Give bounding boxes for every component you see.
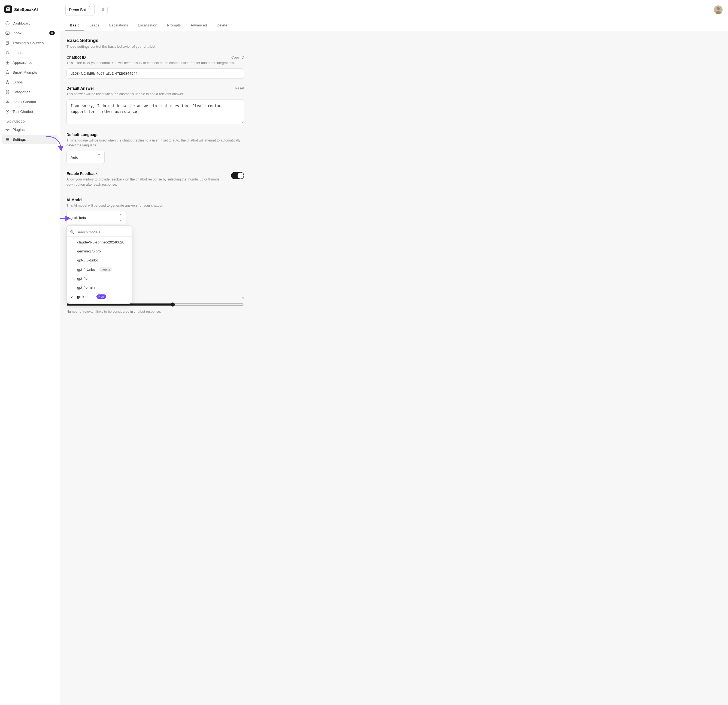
- bot-selector-text: Demo Bot: [69, 8, 86, 12]
- plugins-icon: [5, 127, 10, 132]
- language-chevron-icon: ⌃⌄: [98, 153, 101, 161]
- default-answer-group: Default Answer Reset This answer will be…: [66, 86, 244, 125]
- svg-point-1: [6, 22, 9, 25]
- appearance-icon: [5, 60, 10, 65]
- default-answer-desc: This answer will be used when the chatbo…: [66, 91, 244, 97]
- toggle-knob: [238, 172, 244, 178]
- reset-button[interactable]: Reset: [235, 86, 244, 90]
- sidebar-item-dashboard[interactable]: Dashboard: [2, 19, 58, 28]
- main-header: Demo Bot ⌃⌄: [60, 0, 728, 20]
- categories-icon: [5, 90, 10, 94]
- default-answer-label: Default Answer: [66, 86, 94, 91]
- model-option-gpt35[interactable]: gpt-3.5-turbo: [67, 256, 131, 265]
- sidebar-item-settings-label: Settings: [13, 138, 26, 142]
- model-option-gpt4o[interactable]: gpt-4o: [67, 274, 131, 283]
- training-icon: [5, 41, 10, 45]
- model-option-grok-label: grok-beta: [77, 295, 92, 299]
- feedback-toggle[interactable]: [231, 172, 244, 179]
- tab-basic[interactable]: Basic: [65, 20, 84, 31]
- model-option-claude[interactable]: claude-3-5-sonnet-20240620: [67, 238, 131, 247]
- sidebar-item-training-label: Training & Sources: [13, 41, 43, 45]
- bot-selector[interactable]: Demo Bot ⌃⌄: [65, 4, 95, 16]
- avatar: [714, 6, 722, 14]
- tabs-bar: Basic Leads Escalations Localization Pro…: [60, 20, 728, 31]
- app-logo-icon: [4, 6, 12, 13]
- tab-escalations[interactable]: Escalations: [105, 20, 132, 31]
- chatbot-id-input[interactable]: [66, 68, 244, 78]
- model-option-gpt4-label: gpt-4-turbo: [77, 268, 95, 272]
- model-option-gemini-label: gemini-1.5-pro: [77, 249, 101, 253]
- ai-model-container: grok-beta ⌃⌄ 🔍 claude-3-5-sonnet-2024062…: [66, 211, 244, 224]
- chatbot-id-group: Chatbot ID Copy ID This is the ID of you…: [66, 55, 244, 78]
- tab-advanced[interactable]: Advanced: [186, 20, 211, 31]
- default-language-label: Default Language: [66, 133, 244, 137]
- default-language-group: Default Language This language will be u…: [66, 133, 244, 164]
- option-check-grok: ✓: [71, 295, 75, 299]
- svg-rect-11: [6, 92, 7, 94]
- svg-point-8: [6, 80, 9, 84]
- sidebar-nav: Dashboard Inbox 0 Training & Sources Lea…: [0, 19, 60, 144]
- sidebar-item-smart-prompts[interactable]: Smart Prompts: [2, 68, 58, 77]
- default-answer-label-row: Default Answer Reset: [66, 86, 244, 91]
- chevron-up-down-icon: ⌃⌄: [88, 6, 91, 14]
- sidebar-item-settings[interactable]: Settings: [2, 135, 58, 144]
- enable-feedback-desc: Allow your visitors to provide feedback …: [66, 177, 225, 187]
- default-language-value: Auto: [71, 155, 78, 159]
- sidebar-logo: SiteSpeakAI: [0, 4, 60, 19]
- share-button[interactable]: [98, 6, 108, 14]
- advanced-section-title: Advanced: [2, 117, 58, 124]
- test-chatbot-icon: [5, 109, 10, 114]
- model-search-input[interactable]: [77, 230, 128, 234]
- model-option-gpt4[interactable]: gpt-4-turbo Legacy: [67, 265, 131, 274]
- dashboard-icon: [5, 21, 10, 26]
- relevant-links-desc: Number of relevant links to be considere…: [66, 309, 244, 314]
- svg-rect-0: [6, 7, 10, 11]
- ai-model-label: AI Model: [66, 198, 244, 202]
- model-option-gpt4o-label: gpt-4o: [77, 276, 87, 281]
- tab-leads[interactable]: Leads: [85, 20, 104, 31]
- model-option-grok[interactable]: ✓ grok-beta New: [67, 292, 131, 301]
- default-language-select[interactable]: Auto ⌃⌄: [66, 151, 105, 164]
- install-chatbot-icon: [5, 99, 10, 104]
- copy-id-button[interactable]: Copy ID: [231, 55, 244, 59]
- feedback-toggle-info: Enable Feedback Allow your visitors to p…: [66, 171, 231, 190]
- sidebar-item-install-chatbot[interactable]: Install Chatbot: [2, 97, 58, 106]
- sidebar-item-echos[interactable]: Echos: [2, 77, 58, 87]
- tab-prompts[interactable]: Prompts: [163, 20, 185, 31]
- sidebar-item-training-sources[interactable]: Training & Sources: [2, 38, 58, 48]
- sidebar-item-install-chatbot-label: Install Chatbot: [13, 100, 36, 104]
- model-option-claude-label: claude-3-5-sonnet-20240620: [77, 240, 124, 244]
- model-selector[interactable]: grok-beta ⌃⌄: [66, 211, 126, 224]
- sidebar-item-appearance-label: Appearance: [13, 61, 32, 65]
- svg-marker-6: [6, 71, 9, 74]
- svg-point-16: [716, 7, 720, 10]
- svg-point-14: [7, 111, 8, 112]
- default-answer-textarea[interactable]: I am sorry, I do not know the answer to …: [66, 100, 244, 124]
- leads-icon: [5, 50, 10, 55]
- sidebar-item-categories[interactable]: Categories: [2, 87, 58, 97]
- ai-model-desc: This AI model will be used to generate a…: [66, 203, 244, 208]
- legacy-badge: Legacy: [99, 267, 112, 272]
- sidebar-item-plugins-label: Plugins: [13, 127, 25, 132]
- model-option-gpt35-label: gpt-3.5-turbo: [77, 258, 98, 262]
- enable-feedback-group: Enable Feedback Allow your visitors to p…: [66, 171, 244, 190]
- enable-feedback-label: Enable Feedback: [66, 171, 225, 176]
- tab-localization[interactable]: Localization: [133, 20, 162, 31]
- model-option-gemini[interactable]: gemini-1.5-pro: [67, 247, 131, 256]
- sidebar-item-smart-prompts-label: Smart Prompts: [13, 70, 37, 74]
- sidebar-item-leads[interactable]: Leads: [2, 48, 58, 57]
- sidebar-item-appearance[interactable]: Appearance: [2, 58, 58, 67]
- model-option-gpt4omini[interactable]: gpt-4o-mini: [67, 283, 131, 292]
- relevant-links-value: 3: [242, 296, 244, 300]
- svg-point-4: [7, 51, 8, 53]
- sidebar-item-inbox[interactable]: Inbox 0: [2, 28, 58, 38]
- sidebar-item-test-chatbot[interactable]: Test Chatbot: [2, 107, 58, 116]
- chatbot-id-label-row: Chatbot ID Copy ID: [66, 55, 244, 59]
- sidebar-item-categories-label: Categories: [13, 90, 30, 94]
- inbox-badge: 0: [49, 31, 55, 35]
- tab-delete[interactable]: Delete: [212, 20, 232, 31]
- sidebar-item-plugins[interactable]: Plugins: [2, 125, 58, 134]
- chatbot-id-label: Chatbot ID: [66, 55, 86, 59]
- echos-icon: [5, 80, 10, 84]
- chatbot-id-desc: This is the ID of your chatbot. You will…: [66, 61, 244, 66]
